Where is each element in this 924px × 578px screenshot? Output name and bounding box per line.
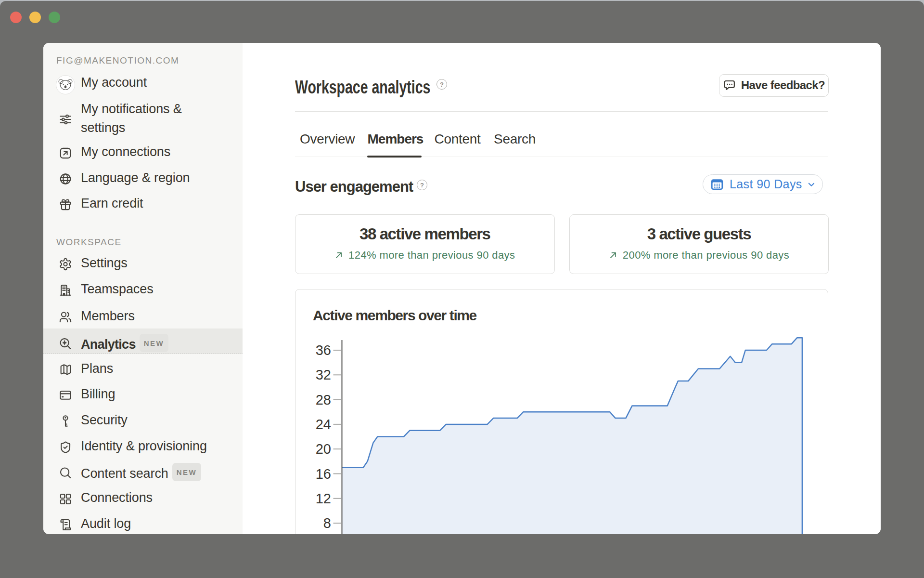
svg-text:28: 28 (315, 392, 331, 407)
svg-text:12: 12 (315, 490, 331, 506)
svg-text:32: 32 (315, 367, 331, 382)
svg-text:8: 8 (323, 515, 331, 531)
svg-text:20: 20 (315, 441, 331, 457)
svg-text:16: 16 (315, 466, 331, 481)
svg-text:36: 36 (315, 342, 331, 358)
svg-text:24: 24 (315, 416, 331, 432)
